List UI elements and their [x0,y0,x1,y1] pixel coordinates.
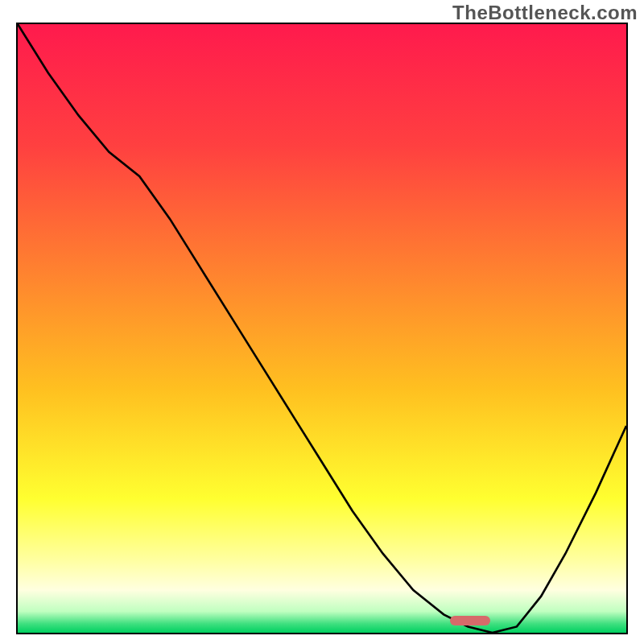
bottleneck-chart [16,23,628,634]
watermark-text: TheBottleneck.com [452,2,638,24]
bottleneck-curve-line [18,24,626,633]
optimum-marker [450,616,490,625]
